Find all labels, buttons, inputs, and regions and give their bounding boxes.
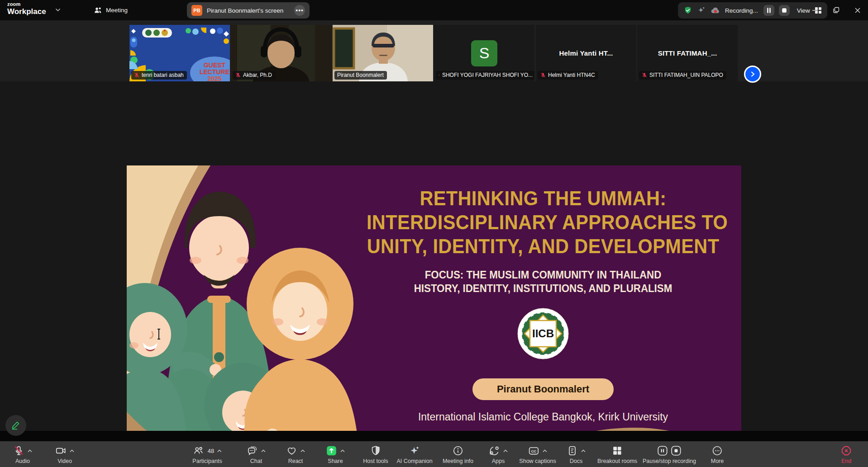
participant-name-badge: Akbar, Ph.D	[233, 71, 275, 80]
restore-button[interactable]	[825, 0, 847, 20]
chevron-up-icon[interactable]	[503, 449, 508, 453]
share-tab-badge: PB	[191, 5, 202, 16]
video-tile-tenri[interactable]: GUEST LECTURE 2025 tenri batari asbah	[129, 25, 230, 81]
shared-screen-stage: RETHINKING THE UMMAH: INTERDISCIPLINARY …	[0, 81, 868, 441]
pause-recording-icon[interactable]	[657, 445, 668, 457]
docs-button[interactable]: Docs	[567, 444, 586, 464]
video-button[interactable]: Video	[55, 444, 75, 464]
annotate-button[interactable]	[5, 415, 26, 436]
meeting-info-button[interactable]: Meeting info	[443, 444, 473, 464]
muted-mic-icon	[134, 72, 139, 78]
participants-count: 48	[208, 448, 214, 454]
chat-icon	[247, 445, 258, 457]
svg-text:IICB: IICB	[532, 327, 554, 340]
host-tools-button[interactable]: Host tools	[363, 444, 388, 464]
chevron-up-icon[interactable]	[340, 449, 345, 453]
window-titlebar: zoom Workplace Meeting PB Piranut Boonma…	[0, 0, 868, 20]
ai-companion-button[interactable]: AI Companion	[396, 444, 432, 464]
chevron-down-icon[interactable]	[55, 8, 61, 12]
close-button[interactable]	[847, 0, 868, 20]
chevron-up-icon[interactable]	[70, 449, 75, 453]
slide-subtitle: FOCUS: THE MUSLIM COMMUNITY IN THAILAND …	[355, 268, 731, 295]
participant-name-badge: tenri batari asbah	[131, 71, 187, 80]
participant-name-badge: SITTI FATIMAH_UIN PALOPO	[639, 71, 726, 80]
participant-name-badge: Helmi Yanti HTN4C	[538, 71, 598, 80]
svg-text:CC: CC	[531, 449, 537, 453]
security-shield-icon[interactable]	[683, 6, 692, 15]
chevron-up-icon[interactable]	[217, 449, 222, 453]
presentation-slide: RETHINKING THE UMMAH: INTERDISCIPLINARY …	[127, 165, 741, 467]
participants-button[interactable]: 48 Participants	[192, 444, 222, 464]
video-tile-akbar[interactable]: Akbar, Ph.D	[231, 25, 331, 81]
muted-mic-icon	[13, 445, 25, 457]
muted-mic-icon	[439, 72, 440, 78]
audio-button[interactable]: Audio	[13, 444, 33, 464]
muted-mic-icon	[235, 72, 241, 78]
pause-stop-recording-button[interactable]: Pause/stop recording	[643, 444, 696, 464]
speaker-name-pill: Piranut Boonmalert	[472, 378, 614, 400]
pause-recording-button[interactable]	[763, 5, 774, 16]
video-filmstrip: GUEST LECTURE 2025 tenri batari asbah	[0, 20, 868, 81]
participants-icon	[193, 445, 205, 457]
chevron-up-icon[interactable]	[261, 449, 266, 453]
tab-shared-screen[interactable]: PB Piranut Boonmalert's screen •••	[187, 2, 310, 19]
video-tile-piranut[interactable]: Piranut Boonmalert	[333, 25, 433, 81]
apps-icon	[489, 445, 501, 457]
breakout-rooms-icon	[611, 445, 623, 457]
tab-meeting[interactable]: Meeting	[89, 0, 132, 20]
chat-button[interactable]: Chat	[247, 444, 266, 464]
pencil-icon	[11, 420, 21, 430]
show-captions-button[interactable]: CC Show captions	[519, 444, 556, 464]
people-icon	[93, 6, 102, 15]
share-screen-icon	[326, 445, 338, 457]
video-tile-shofi[interactable]: S SHOFI YOGI FAJRIYAH SHOFI YO...	[434, 25, 534, 81]
end-call-icon	[840, 445, 852, 457]
chevron-up-icon[interactable]	[543, 449, 548, 453]
svg-text:LECTURE: LECTURE	[200, 68, 229, 75]
end-meeting-button[interactable]: End	[840, 444, 852, 464]
captions-icon: CC	[528, 445, 540, 457]
share-button[interactable]: Share	[326, 444, 345, 464]
muted-mic-icon	[540, 72, 546, 78]
window-controls	[804, 0, 868, 20]
iicb-logo: IICB	[355, 307, 731, 360]
svg-text:GUEST: GUEST	[204, 61, 226, 69]
video-tile-sitti[interactable]: SITTI FATIMAH_... SITTI FATIMAH_UIN PALO…	[637, 25, 738, 81]
more-button[interactable]: More	[711, 444, 724, 464]
stage-letterbox	[0, 431, 868, 441]
meeting-toolbar: Audio Video 48 Participants	[0, 441, 868, 467]
video-tile-helmi[interactable]: Helmi Yanti HT... Helmi Yanti HTN4C	[536, 25, 636, 81]
camera-icon	[55, 445, 67, 457]
tab-options-icon[interactable]: •••	[294, 5, 305, 16]
muted-mic-icon	[642, 72, 647, 78]
more-ellipsis-icon	[711, 445, 723, 457]
participant-name-badge: SHOFI YOGI FAJRIYAH SHOFI YO...	[436, 71, 534, 80]
heart-icon	[286, 445, 298, 457]
speaker-affiliation: International Islamic College Bangkok, K…	[355, 411, 731, 423]
shield-icon	[370, 445, 382, 457]
slide-text-block: RETHINKING THE UMMAH: INTERDISCIPLINARY …	[355, 186, 731, 423]
filmstrip-next-page-button[interactable]	[744, 66, 761, 83]
zoom-workplace-logo: zoom Workplace	[7, 2, 46, 15]
share-tab-label: Piranut Boonmalert's screen	[207, 7, 283, 14]
slide-title: RETHINKING THE UMMAH: INTERDISCIPLINARY …	[355, 186, 731, 258]
chevron-up-icon[interactable]	[28, 449, 33, 453]
document-icon	[567, 445, 578, 457]
participant-name-badge: Piranut Boonmalert	[334, 71, 387, 80]
svg-text:2025: 2025	[207, 75, 221, 81]
chevron-up-icon[interactable]	[581, 449, 586, 453]
apps-button[interactable]: Apps	[489, 444, 508, 464]
react-button[interactable]: React	[286, 444, 305, 464]
stop-recording-icon[interactable]	[670, 445, 682, 457]
chevron-right-icon	[750, 71, 755, 77]
ai-sparkle-icon	[409, 445, 420, 457]
breakout-rooms-button[interactable]: Breakout rooms	[597, 444, 637, 464]
ai-sparkle-icon[interactable]	[697, 6, 706, 15]
avatar: S	[471, 40, 497, 66]
chevron-up-icon[interactable]	[300, 449, 305, 453]
text-cursor	[156, 328, 162, 340]
minimize-button[interactable]	[804, 0, 825, 20]
stop-recording-button[interactable]	[779, 5, 790, 16]
cloud-recording-icon	[711, 6, 720, 14]
brand-zoom: zoom	[7, 2, 46, 7]
